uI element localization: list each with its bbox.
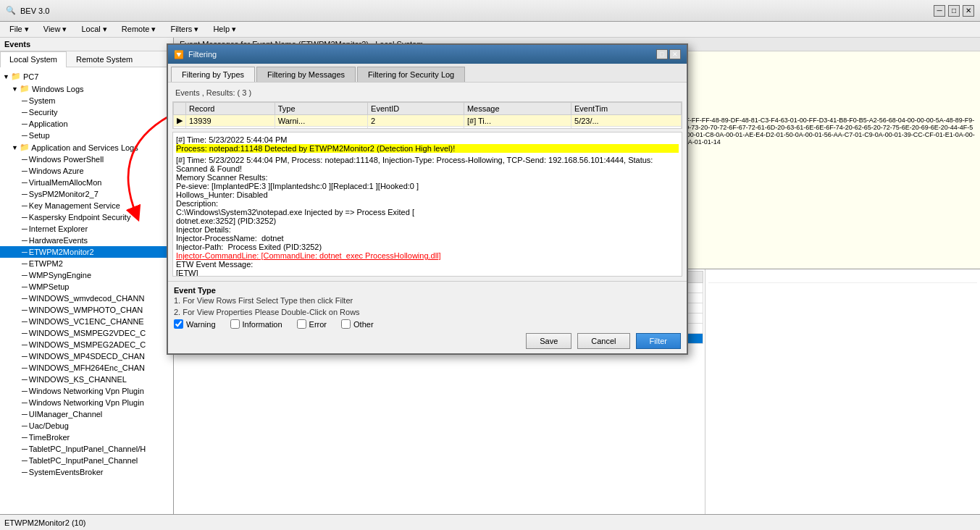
- menu-help[interactable]: Help ▾: [206, 22, 243, 36]
- tab-local-system[interactable]: Local System: [0, 51, 67, 67]
- tree-vpn1[interactable]: ─Windows Networking Vpn Plugin: [0, 385, 173, 397]
- menu-local[interactable]: Local ▾: [75, 22, 113, 36]
- tree-setup[interactable]: ─Setup: [0, 130, 173, 141]
- dialog-actions: Save Cancel Filter: [174, 333, 681, 349]
- dialog-title-controls[interactable]: □ ✕: [656, 49, 681, 59]
- tree-uac[interactable]: ─Uac/Debug: [0, 420, 173, 432]
- tree-timebroker[interactable]: ─TimeBroker: [0, 432, 173, 443]
- menu-file[interactable]: File ▾: [3, 22, 35, 36]
- left-panel: Events Local System Remote System ▼ 📁 PC…: [0, 38, 174, 514]
- tree-wmpsetup[interactable]: ─WMPSetup: [0, 281, 173, 293]
- tree-powershell[interactable]: ─Windows PowerShell: [0, 153, 173, 165]
- tree-wmvdecod[interactable]: ─WINDOWS_wmvdecod_CHANN: [0, 293, 173, 304]
- tree-virtualmemallocmon[interactable]: ─VirtualMemAllocMon: [0, 177, 173, 188]
- tree-windows-logs[interactable]: ▼ 📁 Windows Logs: [0, 83, 173, 95]
- minimize-button[interactable]: ─: [934, 5, 945, 17]
- close-button[interactable]: ✕: [963, 5, 974, 17]
- tree-ie[interactable]: ─Internet Explorer: [0, 223, 173, 235]
- menu-remote[interactable]: Remote ▾: [115, 22, 163, 36]
- filter-button[interactable]: Filter: [636, 333, 681, 349]
- list-item[interactable]: ▶ 13941 Warni... 2 [#] Ti... 5/23/...: [174, 127, 682, 130]
- dialog-tab-security[interactable]: Filtering for Security Log: [357, 67, 465, 82]
- title-bar-controls[interactable]: ─ □ ✕: [934, 5, 974, 17]
- tree-application[interactable]: ─Application: [0, 118, 173, 130]
- information-label: Information: [243, 320, 282, 329]
- tree-vpn2[interactable]: ─Windows Networking Vpn Plugin: [0, 397, 173, 408]
- warning-label: Warning: [186, 320, 216, 329]
- warning-checkbox-label[interactable]: Warning: [174, 319, 216, 329]
- error-checkbox-label[interactable]: Error: [297, 319, 327, 329]
- cancel-button[interactable]: Cancel: [577, 333, 629, 349]
- msg-line14: ETW Event Message:: [176, 260, 679, 269]
- tree-pc7[interactable]: ▼ 📁 PC7: [0, 70, 173, 83]
- information-checkbox-label[interactable]: Information: [230, 319, 282, 329]
- event-type-label: Event Type: [174, 286, 681, 295]
- dialog-tab-types[interactable]: Filtering by Types: [171, 67, 255, 82]
- msg-line3: [#] Time: 5/23/2022 5:44:04 PM, Process:…: [176, 156, 679, 173]
- tree-ks-channel[interactable]: ─WINDOWS_KS_CHANNEL: [0, 374, 173, 385]
- tree-kms[interactable]: ─Key Management Service: [0, 200, 173, 211]
- tree-hardware[interactable]: ─HardwareEvents: [0, 235, 173, 246]
- tree-syspm[interactable]: ─SysPM2Monitor2_7: [0, 188, 173, 200]
- title-bar: 🔍 BEV 3.0 ─ □ ✕: [0, 0, 980, 22]
- bottom-right-placeholder: [708, 271, 977, 283]
- tree-wmpsyngengine[interactable]: ─WMPSyngEngine: [0, 269, 173, 281]
- msg-line6: Hollows_Hunter: Disabled: [176, 190, 679, 199]
- dialog-table-container[interactable]: Record Type EventID Message EventTim ▶ 1…: [172, 101, 682, 129]
- dialog-body: Events , Results: ( 3 ) Record Type Even…: [168, 83, 687, 281]
- other-checkbox-label[interactable]: Other: [341, 319, 374, 329]
- status-text: ETWPM2Monitor2 (10): [4, 518, 85, 527]
- tree-msmpeg2adec[interactable]: ─WINDOWS_MSMPEG2ADEC_C: [0, 339, 173, 350]
- menu-view[interactable]: View ▾: [37, 22, 74, 36]
- other-checkbox[interactable]: [341, 319, 351, 329]
- title-bar-left: 🔍 BEV 3.0: [6, 6, 49, 15]
- dcol-record: Record: [186, 103, 275, 115]
- event-type-section: Event Type 1. For View Rows First Select…: [174, 286, 681, 329]
- events-header: Events: [0, 38, 173, 51]
- tree-system[interactable]: ─System: [0, 95, 173, 106]
- dialog-title-bar: 🔽 Filtering □ ✕: [168, 45, 687, 64]
- tree-mp4sdecd[interactable]: ─WINDOWS_MP4SDECD_CHAN: [0, 350, 173, 362]
- msg-line9: dotnet.exe:3252] (PID:3252): [176, 216, 679, 225]
- msg-line15: [ETW]: [176, 269, 679, 277]
- dialog-tab-messages[interactable]: Filtering by Messages: [256, 67, 356, 82]
- tree-security[interactable]: ─Security: [0, 106, 173, 118]
- tree-kaspersky[interactable]: ─Kaspersky Endpoint Security: [0, 211, 173, 223]
- tree-wmphoto[interactable]: ─WINDOWS_WMPHOTO_CHAN: [0, 304, 173, 316]
- list-item[interactable]: ▶ 13939 Warni... 2 [#] Ti... 5/23/...: [174, 115, 682, 127]
- msg-line11: Injector-ProcessName: dotnet: [176, 234, 679, 243]
- msg-line8: C:\Windows\System32\notepad.exe Injected…: [176, 208, 679, 216]
- checkboxes-row: Warning Information Error Other: [174, 319, 681, 329]
- tree-tabletpc2[interactable]: ─TabletPC_InputPanel_Channel: [0, 455, 173, 466]
- tree-sysevents[interactable]: ─SystemEventsBroker: [0, 466, 173, 478]
- dialog-title-left: 🔽 Filtering: [174, 50, 217, 59]
- tree-etwpm2[interactable]: ─ETWPM2: [0, 258, 173, 269]
- tree-container[interactable]: ▼ 📁 PC7 ▼ 📁 Windows Logs ─System ─Securi…: [0, 67, 173, 514]
- tree-etwpm2monitor2[interactable]: ─ETWPM2Monitor2: [0, 246, 173, 258]
- other-label: Other: [353, 320, 374, 329]
- tab-remote-system[interactable]: Remote System: [67, 51, 142, 67]
- msg-line4: Memory Scanner Results:: [176, 173, 679, 182]
- information-checkbox[interactable]: [230, 319, 240, 329]
- menu-filters[interactable]: Filters ▾: [164, 22, 205, 36]
- msg-line10: Injector Details:: [176, 225, 679, 234]
- tree-mfh264[interactable]: ─WINDOWS_MFH264Enc_CHAN: [0, 362, 173, 374]
- tree-uimanager[interactable]: ─UIManager_Channel: [0, 408, 173, 420]
- dialog-footer: Event Type 1. For View Rows First Select…: [168, 281, 687, 353]
- warning-checkbox[interactable]: [174, 319, 183, 329]
- maximize-button[interactable]: □: [948, 5, 960, 17]
- bottom-right-hex: [705, 269, 980, 514]
- instruction-1: 1. For View Rows First Select Type then …: [174, 296, 681, 305]
- tree-tabletpc1[interactable]: ─TabletPC_InputPanel_Channel/H: [0, 443, 173, 455]
- tree-vc1enc[interactable]: ─WINDOWS_VC1ENC_CHANNE: [0, 316, 173, 327]
- tree-app-services[interactable]: ▼ 📁 Application and Services Logs: [0, 141, 173, 153]
- status-bar: ETWPM2Monitor2 (10): [0, 514, 980, 530]
- tree-azure[interactable]: ─Windows Azure: [0, 165, 173, 177]
- dialog-close-button[interactable]: ✕: [669, 49, 681, 59]
- save-button[interactable]: Save: [526, 333, 571, 349]
- tree-msmpeg2vdec[interactable]: ─WINDOWS_MSMPEG2VDEC_C: [0, 327, 173, 339]
- dialog-message-area: [#] Time: 5/23/2022 5:44:04 PM Process: …: [172, 132, 682, 277]
- error-checkbox[interactable]: [297, 319, 306, 329]
- dialog-table: Record Type EventID Message EventTim ▶ 1…: [173, 102, 682, 129]
- dialog-maximize-button[interactable]: □: [656, 49, 668, 59]
